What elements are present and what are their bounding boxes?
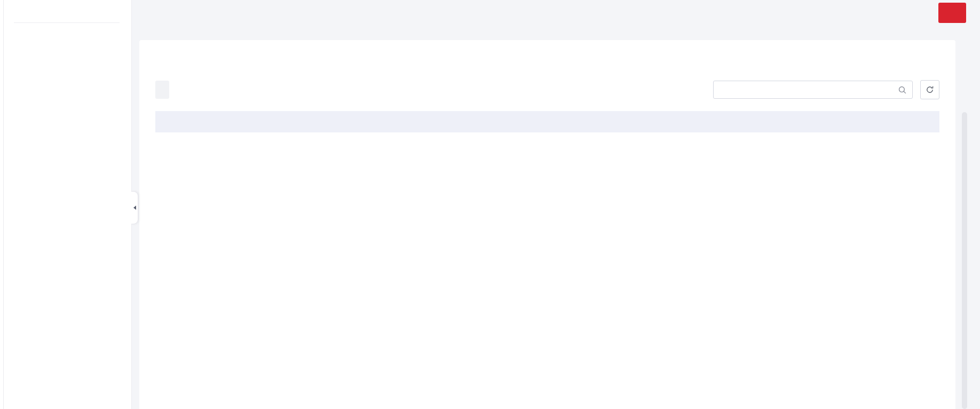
sidebar	[0, 0, 132, 409]
refresh-button[interactable]	[920, 80, 939, 99]
console-title	[0, 0, 131, 22]
main-area	[132, 0, 980, 409]
table-header-row	[155, 111, 939, 132]
search-icon[interactable]	[898, 85, 907, 95]
refresh-icon	[926, 85, 934, 94]
search-box	[713, 81, 913, 99]
page-scrollbar[interactable]	[962, 112, 967, 409]
apply-ipv6-bandwidth-button[interactable]	[938, 3, 966, 23]
page-header	[132, 0, 980, 26]
sidebar-menu	[0, 23, 131, 28]
sidebar-collapse-handle[interactable]	[131, 191, 138, 224]
quota-line	[155, 60, 939, 69]
toolbar-right	[713, 80, 939, 99]
toolbar	[155, 80, 939, 99]
content-card	[139, 40, 955, 409]
bandwidth-table	[155, 111, 939, 132]
app-root	[0, 0, 980, 409]
search-input[interactable]	[714, 81, 912, 98]
renew-button[interactable]	[155, 81, 169, 99]
collapse-left-icon	[133, 206, 136, 210]
